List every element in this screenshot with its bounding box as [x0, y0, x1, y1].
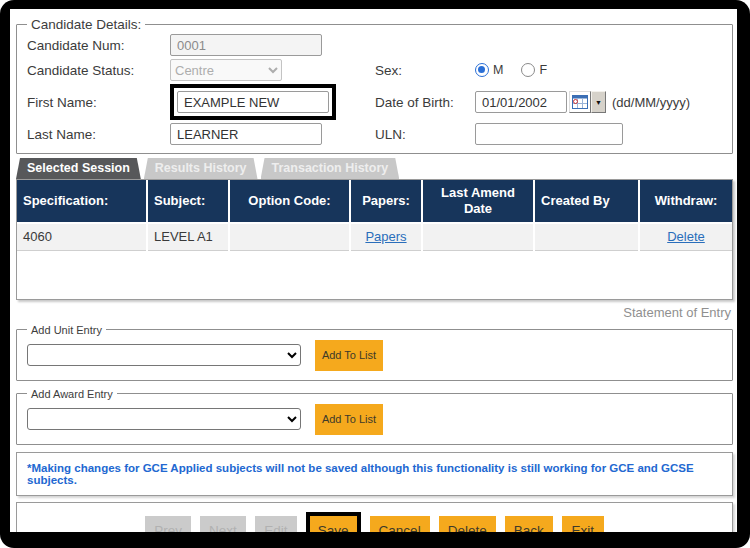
col-subject: Subject:: [147, 180, 229, 223]
dob-format-hint: (dd/MM/yyyy): [612, 95, 690, 110]
cancel-button[interactable]: Cancel: [370, 516, 430, 533]
save-button-highlight: Save: [306, 512, 361, 533]
edit-button[interactable]: Edit: [255, 516, 297, 533]
award-entry-select[interactable]: [27, 408, 301, 430]
exit-button[interactable]: Exit: [562, 516, 604, 533]
sex-label: Sex:: [375, 63, 475, 78]
add-unit-entry-legend: Add Unit Entry: [27, 324, 106, 336]
sex-option-f-label: F: [539, 63, 547, 77]
cell-last-amend-date: [422, 223, 534, 250]
first-name-highlight: [170, 84, 336, 120]
candidate-num-label: Candidate Num:: [27, 38, 170, 53]
col-specification: Specification:: [17, 180, 147, 223]
candidate-status-label: Candidate Status:: [27, 63, 170, 78]
sex-option-m-label: M: [493, 63, 503, 77]
unit-add-to-list-button[interactable]: Add To List: [315, 340, 383, 371]
first-name-label: First Name:: [27, 95, 170, 110]
col-withdraw: Withdraw:: [639, 180, 732, 223]
candidate-status-select[interactable]: Centre: [170, 59, 282, 81]
calendar-button[interactable]: [569, 91, 591, 113]
gce-warning-note: *Making changes for GCE Applied subjects…: [16, 452, 733, 496]
col-last-amend-date: Last Amend Date: [422, 180, 534, 223]
cell-specification: 4060: [17, 223, 147, 250]
add-award-entry-legend: Add Award Entry: [27, 388, 117, 400]
papers-link[interactable]: Papers: [365, 229, 406, 244]
save-button[interactable]: Save: [311, 517, 356, 533]
last-name-label: Last Name:: [27, 127, 170, 142]
table-row: 4060 LEVEL A1 Papers Delete: [17, 223, 732, 250]
next-button[interactable]: Next: [200, 516, 246, 533]
add-unit-entry-fieldset: Add Unit Entry Add To List: [16, 324, 733, 381]
cell-subject: LEVEL A1: [147, 223, 229, 250]
calendar-icon: [572, 95, 588, 109]
cell-option-code: [229, 223, 350, 250]
tab-selected-session[interactable]: Selected Session: [16, 158, 141, 179]
statement-of-entry-link[interactable]: Statement of Entry: [14, 300, 733, 324]
session-table-box: Specification: Subject: Option Code: Pap…: [16, 179, 733, 300]
candidate-screen: Candidate Details: Candidate Num: Candid…: [10, 9, 737, 532]
last-name-input[interactable]: [170, 123, 322, 145]
back-button[interactable]: Back: [505, 516, 553, 533]
candidate-details-legend: Candidate Details:: [27, 17, 145, 32]
prev-button[interactable]: Prev: [145, 516, 191, 533]
session-tabs: Selected Session Results History Transac…: [16, 158, 733, 179]
dob-label: Date of Birth:: [375, 95, 475, 110]
candidate-details-fieldset: Candidate Details: Candidate Num: Candid…: [16, 17, 733, 154]
add-award-entry-fieldset: Add Award Entry Add To List: [16, 388, 733, 445]
uln-input[interactable]: [475, 123, 623, 145]
col-option-code: Option Code:: [229, 180, 350, 223]
first-name-input[interactable]: [177, 91, 329, 113]
candidate-num-input[interactable]: [170, 34, 322, 56]
withdraw-delete-link[interactable]: Delete: [667, 229, 705, 244]
sex-radio-f[interactable]: [521, 63, 535, 77]
calendar-dropdown-button[interactable]: ▼: [591, 91, 606, 113]
table-empty-area: [17, 251, 732, 299]
dob-input[interactable]: [475, 91, 567, 113]
delete-button[interactable]: Delete: [439, 516, 496, 533]
col-created-by: Created By: [534, 180, 639, 223]
cell-created-by: [534, 223, 639, 250]
sex-radio-m[interactable]: [475, 63, 489, 77]
session-table: Specification: Subject: Option Code: Pap…: [17, 180, 732, 251]
tab-results-history[interactable]: Results History: [144, 158, 258, 179]
app-window: Candidate Details: Candidate Num: Candid…: [0, 0, 750, 548]
action-button-bar: Prev Next Edit Save Cancel Delete Back E…: [16, 502, 733, 533]
award-add-to-list-button[interactable]: Add To List: [315, 404, 383, 435]
uln-label: ULN:: [375, 127, 475, 142]
col-papers: Papers:: [350, 180, 422, 223]
unit-entry-select[interactable]: [27, 344, 301, 366]
tab-transaction-history[interactable]: Transaction History: [261, 158, 400, 179]
